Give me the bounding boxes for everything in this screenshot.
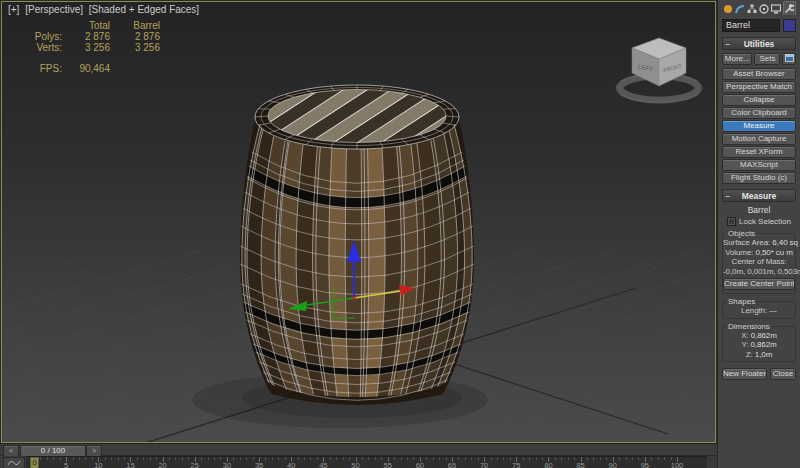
- frame-tick: [298, 457, 299, 460]
- frame-tick: [574, 457, 575, 460]
- frame-tick: [79, 457, 80, 460]
- new-floater-button[interactable]: New Floater: [722, 368, 767, 380]
- frame-tick: [92, 457, 93, 460]
- surface-area-value: 6,40 sq m: [772, 238, 800, 247]
- utilities-config-button[interactable]: [782, 53, 796, 65]
- length-value: ---: [769, 306, 777, 315]
- tab-hierarchy[interactable]: [746, 3, 757, 15]
- frame-tick: [214, 457, 215, 460]
- frame-tick: [246, 457, 247, 460]
- stats-verts-label: Verts:: [24, 42, 62, 53]
- command-panel: Barrel − Utilities More... Sets Asset Br…: [717, 0, 800, 468]
- utility-button-perspective-match[interactable]: Perspective Match: [722, 81, 796, 93]
- frame-tick: [349, 457, 350, 460]
- object-name-input[interactable]: Barrel: [722, 19, 780, 32]
- utility-button-maxscript[interactable]: MAXScript: [722, 159, 796, 171]
- frame-tick-label: 90: [603, 461, 623, 468]
- viewport-statistics: Total Barrel Polys: 2 876 2 876 Verts: 3…: [24, 20, 160, 74]
- tab-create[interactable]: [722, 3, 733, 15]
- measure-rollout-header[interactable]: − Measure: [722, 189, 796, 202]
- frame-tick: [638, 457, 639, 460]
- lock-selection-row[interactable]: Lock Selection: [722, 217, 796, 226]
- frame-tick: [233, 457, 234, 460]
- frame-tick: [439, 457, 440, 460]
- frame-tick: [143, 457, 144, 460]
- frame-tick: [60, 457, 61, 460]
- frame-tick: [220, 457, 221, 460]
- object-color-swatch[interactable]: [783, 19, 796, 32]
- frame-tick: [503, 457, 504, 460]
- frame-tick: [368, 457, 369, 460]
- more-sets-row: More... Sets: [722, 53, 796, 65]
- tab-utilities[interactable]: [783, 1, 796, 15]
- display-icon: [771, 4, 781, 14]
- create-center-point-button[interactable]: Create Center Point: [723, 278, 795, 290]
- frame-tick: [606, 457, 607, 460]
- sets-button[interactable]: Sets: [754, 53, 780, 65]
- dim-y-value: 0,862m: [750, 340, 776, 349]
- utility-button-measure[interactable]: Measure: [722, 120, 796, 132]
- barrel-object[interactable]: [240, 85, 474, 405]
- dim-x-label: X:: [741, 331, 748, 340]
- stats-verts-barrel: 3 256: [110, 42, 160, 53]
- perspective-viewport[interactable]: LEFT FRONT [+] [Perspective] [Shaded + E…: [1, 1, 716, 443]
- frame-tick: [265, 457, 266, 460]
- frame-tick: [593, 457, 594, 460]
- frame-tick: [561, 457, 562, 460]
- barrel-top-planks: [268, 90, 446, 143]
- close-button[interactable]: Close: [770, 368, 796, 380]
- viewcube[interactable]: LEFT FRONT: [616, 38, 702, 102]
- frame-tick: [137, 457, 138, 460]
- frame-tick-label: 20: [153, 461, 173, 468]
- utility-button-flight-studio-c-[interactable]: Flight Studio (c): [722, 172, 796, 184]
- frame-tick: [555, 457, 556, 460]
- frame-tick: [253, 457, 254, 460]
- track-bar-ruler[interactable]: 0 51015202530354045505560657075808590951…: [26, 456, 707, 468]
- frame-tick: [285, 457, 286, 460]
- lock-selection-label: Lock Selection: [739, 217, 791, 226]
- length-label: Length:: [741, 306, 767, 315]
- mini-curve-editor-button[interactable]: [3, 457, 25, 468]
- dim-z-label: Z:: [746, 350, 753, 359]
- stats-polys-label: Polys:: [24, 31, 62, 42]
- stats-col-barrel: Barrel: [110, 20, 160, 31]
- tab-modify[interactable]: [734, 3, 745, 15]
- tab-motion[interactable]: [759, 3, 770, 15]
- frame-tick: [201, 457, 202, 460]
- more-button[interactable]: More...: [722, 53, 752, 65]
- frame-tick-label: 40: [281, 461, 301, 468]
- viewport-general-menu[interactable]: [+]: [8, 4, 19, 15]
- utilities-rollout-title: Utilities: [733, 39, 785, 49]
- frame-tick: [278, 457, 279, 460]
- track-bar[interactable]: 0 51015202530354045505560657075808590951…: [0, 456, 717, 468]
- utilities-rollout-header[interactable]: − Utilities: [722, 37, 796, 50]
- config-window-icon: [785, 54, 794, 62]
- modify-icon: [735, 4, 745, 14]
- utility-button-collapse[interactable]: Collapse: [722, 94, 796, 106]
- dimensions-group-title: Dimensions: [726, 322, 772, 331]
- utility-button-asset-browser[interactable]: Asset Browser: [722, 68, 796, 80]
- center-of-mass-label: Center of Mass:: [723, 257, 795, 267]
- utilities-wrench-icon: [784, 4, 794, 14]
- time-slider[interactable]: < 0 / 100 >: [0, 443, 717, 455]
- collapse-minus-icon: −: [723, 191, 733, 201]
- frame-tick: [458, 457, 459, 460]
- frame-tick: [510, 457, 511, 460]
- frame-tick: [568, 457, 569, 460]
- frame-tick: [478, 457, 479, 460]
- tab-display[interactable]: [771, 3, 782, 15]
- viewport-shading-menu[interactable]: [Shaded + Edged Faces]: [89, 4, 199, 15]
- floater-row: New Floater Close: [722, 368, 796, 380]
- dim-z-value: 1,0m: [755, 350, 772, 359]
- frame-tick: [124, 457, 125, 460]
- utility-button-motion-capture[interactable]: Motion Capture: [722, 133, 796, 145]
- lock-selection-checkbox[interactable]: [727, 217, 736, 226]
- frame-tick-label: 45: [313, 461, 333, 468]
- utility-button-color-clipboard[interactable]: Color Clipboard: [722, 107, 796, 119]
- viewport-pov-menu[interactable]: [Perspective]: [25, 4, 83, 15]
- frame-tick: [587, 457, 588, 460]
- frame-tick: [497, 457, 498, 460]
- objects-group-title: Objects: [726, 229, 757, 238]
- utility-button-reset-xform[interactable]: Reset XForm: [722, 146, 796, 158]
- gizmo-center[interactable]: [353, 297, 356, 300]
